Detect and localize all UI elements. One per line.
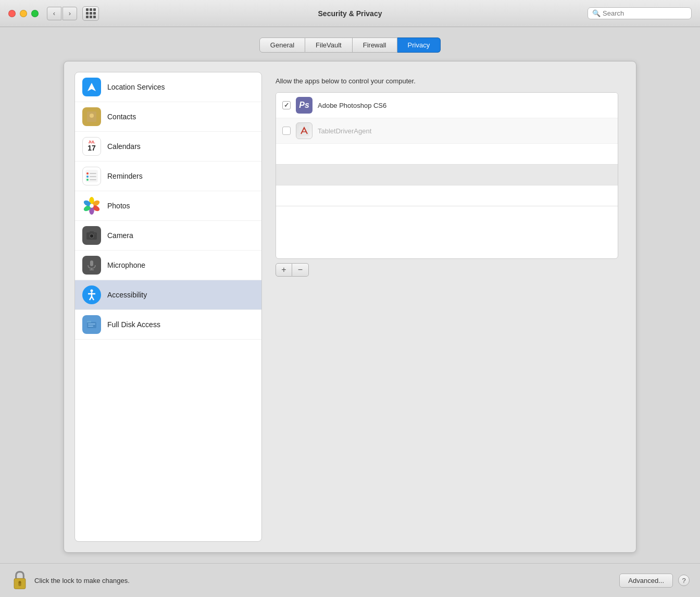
app-item-tabletdriver[interactable]: TabletDriverAgent <box>276 118 618 144</box>
svg-point-3 <box>90 114 94 118</box>
apps-list: ✓ Ps Adobe Photoshop CS6 <box>276 92 618 259</box>
sidebar: Location Services Contacts <box>74 72 262 542</box>
empty-row-2 <box>276 165 618 185</box>
reminders-icon <box>82 167 101 185</box>
sidebar-item-location[interactable]: Location Services <box>75 72 261 102</box>
app-item-photoshop[interactable]: ✓ Ps Adobe Photoshop CS6 <box>276 93 618 118</box>
photos-icon <box>82 196 101 215</box>
svg-rect-22 <box>90 231 94 233</box>
svg-rect-33 <box>88 324 95 325</box>
camera-icon <box>82 226 101 245</box>
panel-body: Location Services Contacts <box>74 72 626 542</box>
window-panel: Location Services Contacts <box>64 61 636 553</box>
sidebar-list: Location Services Contacts <box>75 72 261 541</box>
sidebar-item-accessibility[interactable]: Accessibility <box>75 280 261 310</box>
advanced-button[interactable]: Advanced... <box>619 574 673 588</box>
svg-point-27 <box>91 290 93 292</box>
right-panel: Allow the apps below to control your com… <box>268 72 626 542</box>
svg-point-21 <box>91 235 93 238</box>
tab-general[interactable]: General <box>259 38 305 53</box>
sidebar-item-microphone[interactable]: Microphone <box>75 251 261 280</box>
nav-buttons: ‹ › <box>47 7 77 20</box>
checkmark-icon: ✓ <box>284 102 289 109</box>
sidebar-item-calendars[interactable]: JUL 17 Calendars <box>75 132 261 161</box>
main-content: General FileVault Firewall Privacy Locat… <box>0 27 700 563</box>
search-icon: 🔍 <box>592 9 601 17</box>
tab-filevault[interactable]: FileVault <box>305 38 353 53</box>
cal-date: 17 <box>88 144 96 153</box>
cal-header: JUL <box>88 140 95 144</box>
svg-point-40 <box>19 581 21 583</box>
sidebar-item-photos[interactable]: Photos <box>75 191 261 221</box>
sidebar-item-fulldisk[interactable]: Full Disk Access <box>75 310 261 340</box>
svg-point-23 <box>94 233 95 234</box>
contacts-icon <box>82 107 101 126</box>
photoshop-checkbox[interactable]: ✓ <box>282 101 291 109</box>
add-app-button[interactable]: + <box>276 263 292 277</box>
svg-point-9 <box>86 179 89 181</box>
tab-privacy[interactable]: Privacy <box>397 38 441 53</box>
empty-row-3 <box>276 185 618 206</box>
sidebar-label-accessibility: Accessibility <box>107 291 147 299</box>
tabletdriver-label: TabletDriverAgent <box>318 127 371 135</box>
lock-icon <box>10 570 29 591</box>
photoshop-label: Adobe Photoshop CS6 <box>318 102 386 109</box>
svg-rect-8 <box>90 176 96 177</box>
tab-firewall[interactable]: Firewall <box>353 38 397 53</box>
window-title: Security & Privacy <box>318 9 382 18</box>
sidebar-label-camera: Camera <box>107 231 133 240</box>
svg-point-18 <box>90 204 94 208</box>
search-box[interactable]: 🔍 <box>588 7 692 19</box>
fulldisk-icon <box>82 315 101 334</box>
sidebar-item-reminders[interactable]: Reminders <box>75 161 261 191</box>
sidebar-label-location: Location Services <box>107 83 165 91</box>
sidebar-label-photos: Photos <box>107 202 130 210</box>
accessibility-icon <box>82 285 101 304</box>
svg-marker-0 <box>88 83 96 91</box>
sidebar-item-contacts[interactable]: Contacts <box>75 102 261 132</box>
microphone-icon <box>82 256 101 275</box>
grid-icon <box>86 8 96 18</box>
sidebar-label-reminders: Reminders <box>107 172 143 180</box>
list-controls: + − <box>276 263 618 277</box>
calendars-icon: JUL 17 <box>82 137 101 156</box>
sidebar-label-microphone: Microphone <box>107 261 145 269</box>
close-button[interactable] <box>8 10 16 17</box>
lock-text: Click the lock to make changes. <box>34 577 130 584</box>
grid-view-button[interactable] <box>82 6 99 21</box>
right-description: Allow the apps below to control your com… <box>276 77 618 85</box>
empty-row-1 <box>276 144 618 165</box>
forward-button[interactable]: › <box>63 7 77 20</box>
svg-rect-24 <box>90 260 93 266</box>
photoshop-icon: Ps <box>296 97 312 114</box>
svg-line-31 <box>92 296 94 300</box>
search-input[interactable] <box>603 9 687 17</box>
minimize-button[interactable] <box>20 10 27 17</box>
maximize-button[interactable] <box>31 10 39 17</box>
traffic-lights <box>8 10 39 17</box>
svg-rect-32 <box>87 322 96 328</box>
svg-rect-10 <box>90 179 96 180</box>
bottom-bar: Click the lock to make changes. Advanced… <box>0 563 700 597</box>
sidebar-label-calendars: Calendars <box>107 142 141 151</box>
sidebar-item-camera[interactable]: Camera <box>75 221 261 251</box>
remove-app-button[interactable]: − <box>292 263 309 277</box>
back-button[interactable]: ‹ <box>47 7 61 20</box>
svg-rect-35 <box>87 321 91 322</box>
svg-rect-34 <box>88 326 93 327</box>
lock-area: Click the lock to make changes. <box>10 570 130 591</box>
svg-point-7 <box>86 176 89 178</box>
help-button[interactable]: ? <box>678 575 690 586</box>
titlebar: ‹ › Security & Privacy 🔍 <box>0 0 700 27</box>
svg-point-5 <box>86 172 89 175</box>
tab-bar: General FileVault Firewall Privacy <box>259 38 441 53</box>
svg-rect-6 <box>90 173 96 174</box>
tabletdriver-icon <box>296 122 312 139</box>
sidebar-label-contacts: Contacts <box>107 113 136 121</box>
sidebar-label-fulldisk: Full Disk Access <box>107 320 160 329</box>
location-icon <box>82 78 101 96</box>
tabletdriver-checkbox[interactable] <box>282 127 291 135</box>
